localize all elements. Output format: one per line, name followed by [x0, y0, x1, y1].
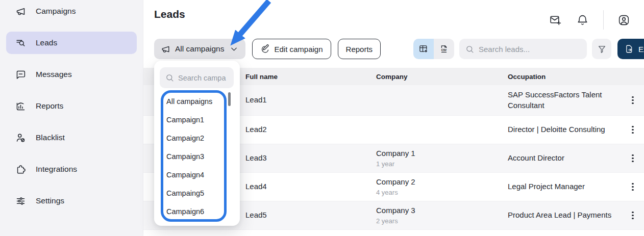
sidebar-item-messages[interactable]: Messages	[0, 63, 143, 92]
topbar-icons	[549, 10, 630, 30]
export-button[interactable]: Export	[617, 39, 644, 59]
edit-campaign-label: Edit campaign	[275, 45, 323, 54]
search-icon	[165, 73, 174, 82]
lead-occupation: Director | Deloitte Consulting	[508, 124, 622, 135]
chat-bubble-icon	[15, 69, 26, 80]
row-menu-button[interactable]	[622, 116, 644, 144]
lead-occupation: Legal Project Manager	[508, 181, 622, 192]
mail-plus-icon	[549, 14, 562, 27]
reports-button[interactable]: Reports	[338, 39, 381, 59]
lead-name: Lead3	[245, 153, 376, 163]
lead-company-duration: 2 years	[376, 217, 508, 226]
kebab-icon	[632, 212, 633, 213]
sidebar-item-label: Reports	[36, 101, 63, 111]
lead-name: Lead2	[245, 124, 376, 135]
topbar-divider	[603, 10, 604, 30]
profile-button[interactable]	[617, 14, 630, 27]
campaign-option[interactable]: Campaign4	[154, 166, 228, 184]
bell-icon	[576, 14, 589, 27]
page-title: Leads	[154, 8, 185, 20]
column-company: Company	[376, 73, 508, 81]
campaign-search-input[interactable]	[178, 74, 228, 82]
csv-view-button[interactable]: CSV	[434, 39, 454, 59]
lead-search-icon	[15, 38, 26, 48]
leads-search-input[interactable]	[479, 45, 581, 54]
toolbar: All campaigns Edit campaign Reports	[154, 39, 381, 59]
file-export-icon	[625, 44, 634, 54]
kebab-icon	[632, 183, 633, 185]
sidebar-item-label: Blacklist	[36, 133, 65, 142]
row-menu-button[interactable]	[622, 173, 644, 201]
lead-occupation: SAP SuccessFactors Talent Consultant	[508, 90, 622, 111]
sidebar-item-label: Integrations	[36, 165, 77, 174]
export-label: Export	[638, 45, 644, 54]
campaign-option[interactable]: Campaign2	[154, 129, 228, 147]
campaign-dropdown: All campaigns Campaign1 Campaign2 Campai…	[154, 61, 240, 226]
campaign-selector-button[interactable]: All campaigns	[154, 39, 245, 59]
row-menu-button[interactable]	[622, 144, 644, 172]
search-icon	[465, 45, 474, 54]
table-view-button[interactable]	[413, 39, 434, 59]
kebab-icon	[632, 154, 633, 156]
sidebar-item-settings[interactable]: Settings	[0, 190, 143, 218]
campaign-selector-label: All campaigns	[175, 44, 225, 54]
lead-company-duration: 4 years	[376, 188, 508, 197]
user-avatar-icon	[617, 14, 630, 27]
sidebar-item-campaigns[interactable]: Campaigns	[0, 0, 143, 29]
filter-button[interactable]	[592, 39, 611, 59]
column-occupation: Occupation	[508, 73, 622, 81]
column-full-name: Full name	[245, 73, 376, 81]
table-row-partial	[143, 230, 644, 236]
campaign-option[interactable]: Campaign6	[154, 202, 228, 221]
megaphone-icon	[15, 6, 26, 17]
chevron-down-icon	[229, 44, 239, 54]
sidebar-item-integrations[interactable]: Integrations	[0, 158, 143, 187]
edit-campaign-button[interactable]: Edit campaign	[252, 39, 331, 59]
campaign-option[interactable]: All campaigns	[154, 92, 228, 111]
table-settings-icon	[418, 44, 429, 54]
sidebar-item-label: Leads	[36, 38, 57, 47]
lead-company-duration: 1 year	[376, 160, 508, 169]
chart-icon	[15, 101, 26, 112]
dropdown-scrollbar-thumb[interactable]	[228, 92, 231, 106]
sidebar: Campaigns Leads Messages Reports	[0, 0, 143, 236]
user-block-icon	[15, 133, 26, 143]
funnel-icon	[597, 44, 607, 54]
notifications-button[interactable]	[576, 14, 589, 27]
campaign-option[interactable]: Campaign1	[154, 111, 228, 129]
csv-file-icon: CSV	[439, 44, 449, 54]
lead-name: Lead4	[245, 181, 376, 192]
sidebar-item-blacklist[interactable]: Blacklist	[0, 126, 143, 155]
campaign-option[interactable]: Campaing5	[154, 184, 228, 202]
leads-search	[459, 39, 587, 59]
lead-occupation: Account Director	[508, 153, 622, 163]
view-toggle: CSV	[413, 39, 454, 59]
sidebar-item-leads[interactable]: Leads	[0, 32, 143, 60]
sidebar-item-label: Messages	[36, 70, 72, 79]
reports-label: Reports	[346, 45, 373, 54]
campaign-list: All campaigns Campaign1 Campaign2 Campai…	[154, 92, 228, 221]
puzzle-icon	[15, 164, 26, 175]
sidebar-item-reports[interactable]: Reports	[0, 95, 143, 123]
kebab-icon	[632, 96, 633, 98]
kebab-icon	[632, 126, 633, 127]
lead-company: Company 3	[376, 205, 508, 216]
svg-text:CSV: CSV	[441, 48, 447, 51]
lead-name: Lead1	[245, 95, 376, 105]
lead-occupation: Product Area Lead | Payments	[508, 210, 622, 220]
row-menu-button[interactable]	[622, 201, 644, 229]
sidebar-item-label: Settings	[36, 196, 64, 205]
lead-name: Lead5	[245, 210, 376, 220]
sliders-icon	[15, 196, 26, 206]
sidebar-nav: Campaigns Leads Messages Reports	[0, 0, 143, 218]
edit-pencil-icon	[260, 44, 270, 54]
app-root: Campaigns Leads Messages Reports	[0, 0, 644, 236]
lead-company: Company 1	[376, 148, 508, 159]
lead-company: Company 2	[376, 177, 508, 187]
row-menu-button[interactable]	[622, 85, 644, 115]
campaign-option[interactable]: Campaign3	[154, 147, 228, 166]
new-message-button[interactable]	[549, 14, 562, 27]
campaign-search	[160, 67, 234, 88]
megaphone-icon	[161, 44, 170, 54]
sidebar-item-label: Campaigns	[36, 7, 76, 16]
